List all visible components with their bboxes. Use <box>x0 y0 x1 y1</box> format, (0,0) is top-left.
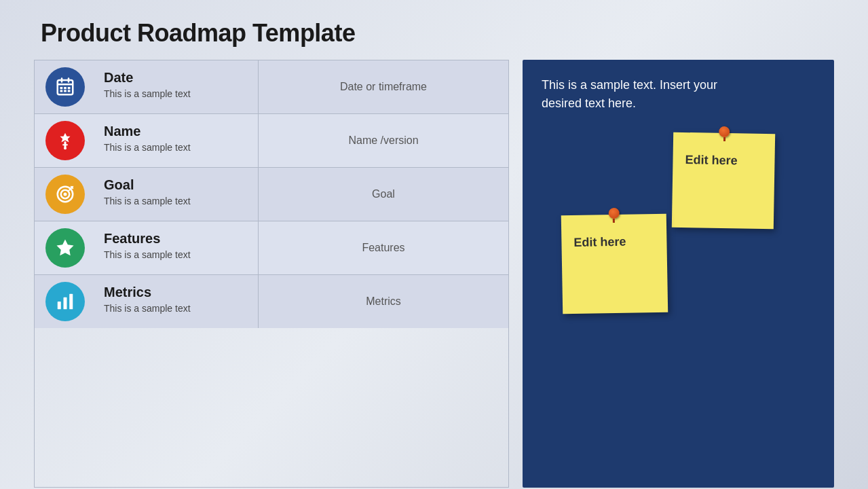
features-label-cell: Features This is a sample text <box>96 221 259 274</box>
date-label-sub: This is a sample text <box>104 88 250 99</box>
metrics-icon <box>45 282 85 321</box>
features-label-title: Features <box>104 231 250 247</box>
date-icon-cell <box>35 60 96 113</box>
svg-rect-20 <box>58 302 61 309</box>
sticky-note-2-text[interactable]: Edit here <box>573 235 626 250</box>
main-content: Date This is a sample text Date or timef… <box>0 60 868 488</box>
goal-icon-cell <box>35 168 96 221</box>
features-icon <box>45 228 85 268</box>
goal-value[interactable]: Goal <box>259 168 508 221</box>
table-row-goal: Goal This is a sample text Goal <box>35 168 508 221</box>
name-icon <box>45 121 85 160</box>
date-icon <box>45 67 85 107</box>
metrics-label-title: Metrics <box>104 285 250 300</box>
date-label-title: Date <box>104 70 250 86</box>
features-label-sub: This is a sample text <box>104 249 250 260</box>
metrics-label-sub: This is a sample text <box>104 303 250 314</box>
metrics-icon-cell <box>35 275 96 328</box>
sticky-note-2[interactable]: Edit here <box>561 214 668 314</box>
table-row-metrics: Metrics This is a sample text Metrics <box>35 275 508 328</box>
features-icon-cell <box>35 221 96 274</box>
date-label-cell: Date This is a sample text <box>96 60 259 113</box>
sticky-notes-area: Edit here Edit here <box>542 133 815 471</box>
table-row-features: Features This is a sample text Features <box>35 221 508 275</box>
name-label-cell: Name This is a sample text <box>96 114 259 167</box>
goal-label-title: Goal <box>104 177 250 193</box>
svg-marker-19 <box>57 240 74 256</box>
name-icon-cell <box>35 114 96 167</box>
goal-icon <box>45 175 85 214</box>
pin-1 <box>718 126 730 139</box>
sticky-note-1[interactable]: Edit here <box>672 132 775 230</box>
name-label-sub: This is a sample text <box>104 142 250 153</box>
goal-label-cell: Goal This is a sample text <box>96 168 259 221</box>
date-value[interactable]: Date or timeframe <box>259 60 508 113</box>
svg-rect-22 <box>69 294 73 310</box>
svg-rect-21 <box>64 297 67 310</box>
table-row-name: Name This is a sample text Name /version <box>35 114 508 168</box>
name-label-title: Name <box>104 124 250 139</box>
features-value[interactable]: Features <box>259 221 508 274</box>
sticky-note-1-text[interactable]: Edit here <box>685 153 737 168</box>
right-panel: This is a sample text. Insert your desir… <box>523 60 834 488</box>
name-value[interactable]: Name /version <box>259 114 508 167</box>
pin-2 <box>607 208 620 220</box>
svg-rect-8 <box>64 90 67 92</box>
svg-rect-5 <box>64 87 67 89</box>
svg-point-11 <box>64 147 67 149</box>
metrics-value[interactable]: Metrics <box>259 275 508 328</box>
svg-rect-9 <box>68 90 71 92</box>
svg-rect-7 <box>60 90 63 92</box>
svg-point-15 <box>64 193 67 196</box>
svg-rect-4 <box>60 87 63 89</box>
page-title: Product Roadmap Template <box>0 0 868 60</box>
table-row-date: Date This is a sample text Date or timef… <box>35 60 508 114</box>
goal-label-sub: This is a sample text <box>104 196 250 206</box>
svg-rect-6 <box>68 87 71 89</box>
metrics-label-cell: Metrics This is a sample text <box>96 275 259 328</box>
right-panel-intro[interactable]: This is a sample text. Insert your desir… <box>542 76 759 113</box>
roadmap-table: Date This is a sample text Date or timef… <box>34 60 509 488</box>
